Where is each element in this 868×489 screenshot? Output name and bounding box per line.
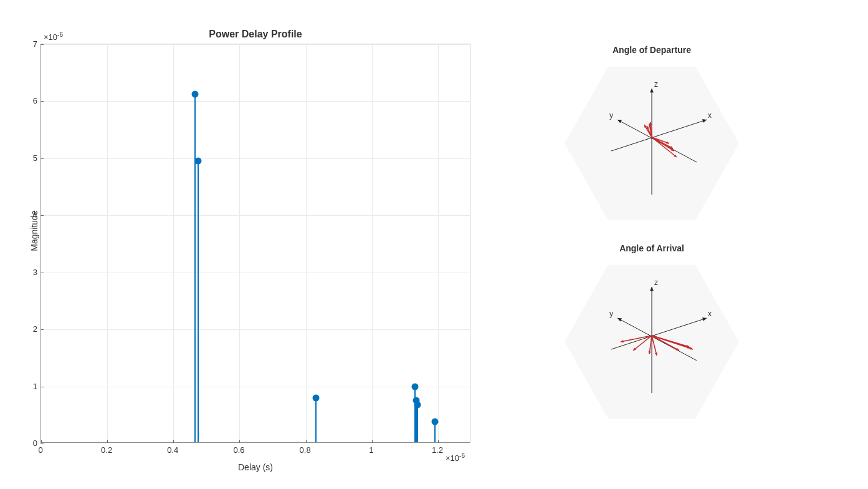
y-axis-exponent: ×10-6 [44, 31, 63, 42]
stem-plot-area [41, 44, 470, 443]
stem-marker [195, 158, 202, 165]
gridline-horizontal [41, 158, 470, 159]
svg-marker-1 [702, 119, 707, 123]
gridline-vertical [107, 44, 108, 442]
gridline-horizontal [41, 101, 470, 102]
x-axis-label: Delay (s) [41, 462, 470, 472]
gridline-horizontal [41, 44, 470, 45]
tick-mark [41, 44, 44, 45]
tick-mark [41, 440, 42, 443]
z-axis-label-3d: z [654, 80, 658, 89]
gridline-vertical [438, 44, 439, 442]
y-tick-label: 2 [33, 324, 37, 334]
stem-line [315, 397, 317, 442]
y-tick-label: 1 [33, 381, 37, 390]
tick-mark [41, 387, 44, 387]
tick-mark [306, 440, 307, 443]
gridline-vertical [372, 44, 373, 442]
aoa-title: Angle of Arrival [565, 243, 739, 253]
tick-mark [41, 158, 44, 159]
gridline-vertical [306, 44, 307, 442]
x-tick-label: 0.2 [101, 445, 112, 455]
tick-mark [239, 440, 240, 443]
x-tick-label: 1.2 [432, 445, 443, 455]
gridline-vertical [173, 44, 174, 442]
stem-marker [312, 394, 319, 401]
stem-marker [431, 419, 438, 425]
y-tick-label: 5 [33, 153, 37, 162]
svg-marker-23 [702, 317, 707, 321]
aod-plot: x y z [565, 56, 739, 231]
gridline-vertical [239, 44, 240, 442]
svg-marker-7 [666, 141, 669, 143]
stem-line [194, 93, 196, 442]
tick-mark [173, 440, 174, 443]
x-tick-label: 1 [369, 445, 373, 455]
tick-mark [438, 440, 439, 443]
z-axis-label-3d: z [654, 278, 658, 287]
tick-mark [41, 215, 44, 216]
x-tick-label: 0.4 [167, 445, 178, 455]
y-tick-label: 0 [33, 438, 37, 448]
stem-line [198, 160, 199, 442]
y-axis-label-3d: y [609, 111, 613, 120]
y-tick-label: 4 [33, 210, 37, 220]
tick-mark [107, 440, 108, 443]
gridline-horizontal [41, 387, 470, 387]
tick-mark [372, 440, 373, 443]
y-tick-label: 3 [33, 267, 37, 276]
x-tick-label: 0.8 [300, 445, 311, 455]
stem-marker [191, 91, 198, 98]
tick-mark [41, 273, 44, 273]
x-tick-label: 0.6 [233, 445, 244, 455]
y-tick-label: 7 [33, 39, 37, 49]
gridline-horizontal [41, 329, 470, 330]
stem-marker [411, 383, 418, 390]
aod-title: Angle of Departure [565, 45, 739, 55]
chart-title: Power Delay Profile [41, 29, 470, 40]
x-tick-label: 0 [38, 445, 42, 455]
x-axis-label-3d: x [708, 309, 712, 318]
svg-line-12 [652, 137, 677, 157]
tick-mark [41, 329, 44, 330]
gridline-horizontal [41, 215, 470, 216]
x-axis-label-3d: x [708, 111, 712, 120]
stem-line [417, 404, 418, 442]
stem-marker [414, 401, 421, 408]
svg-marker-27 [650, 287, 654, 291]
y-axis-label-3d: y [609, 309, 613, 318]
tick-mark [41, 101, 44, 102]
tick-mark [41, 443, 44, 444]
gridline-horizontal [41, 273, 470, 273]
svg-marker-5 [650, 89, 654, 92]
x-axis-exponent: ×10-6 [446, 452, 465, 463]
aoa-plot: x y z [565, 254, 739, 429]
svg-line-38 [649, 336, 652, 354]
y-tick-label: 6 [33, 96, 37, 105]
svg-line-24 [618, 318, 697, 361]
